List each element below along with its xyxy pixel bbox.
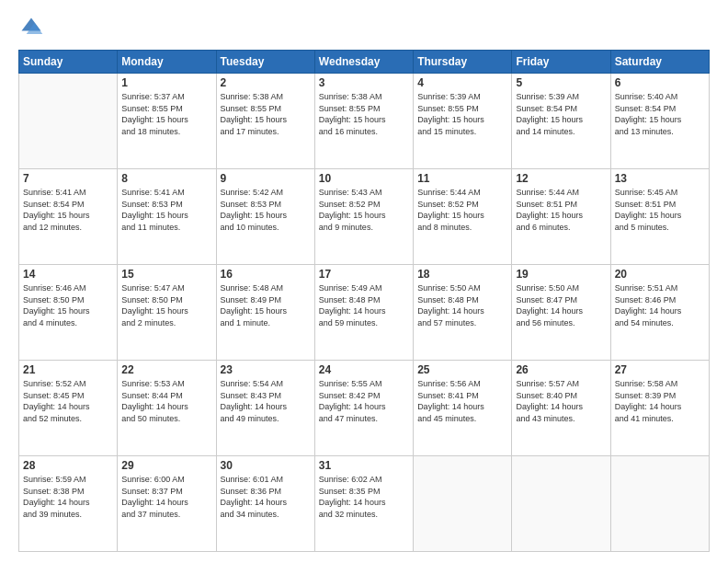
- day-number: 26: [516, 363, 606, 376]
- day-number: 31: [319, 459, 409, 472]
- calendar-week-row: 21Sunrise: 5:52 AM Sunset: 8:45 PM Dayli…: [19, 361, 710, 456]
- day-number: 18: [417, 268, 507, 281]
- day-info: Sunrise: 5:46 AM Sunset: 8:50 PM Dayligh…: [23, 282, 113, 328]
- day-info: Sunrise: 5:55 AM Sunset: 8:42 PM Dayligh…: [319, 378, 409, 424]
- calendar-cell: 31Sunrise: 6:02 AM Sunset: 8:35 PM Dayli…: [314, 456, 413, 552]
- calendar-cell: 16Sunrise: 5:48 AM Sunset: 8:49 PM Dayli…: [216, 265, 314, 361]
- calendar-day-header: Wednesday: [314, 51, 413, 74]
- calendar-day-header: Sunday: [19, 51, 118, 74]
- calendar-cell: 2Sunrise: 5:38 AM Sunset: 8:55 PM Daylig…: [216, 74, 314, 169]
- day-number: 13: [615, 172, 705, 185]
- day-number: 10: [319, 172, 409, 185]
- day-info: Sunrise: 5:39 AM Sunset: 8:55 PM Dayligh…: [417, 91, 507, 137]
- calendar-cell: 27Sunrise: 5:58 AM Sunset: 8:39 PM Dayli…: [610, 361, 709, 456]
- day-info: Sunrise: 5:59 AM Sunset: 8:38 PM Dayligh…: [23, 474, 113, 520]
- day-info: Sunrise: 5:44 AM Sunset: 8:51 PM Dayligh…: [516, 187, 606, 233]
- calendar-day-header: Thursday: [414, 51, 512, 74]
- calendar-cell: 20Sunrise: 5:51 AM Sunset: 8:46 PM Dayli…: [610, 265, 709, 361]
- day-number: 23: [221, 363, 311, 376]
- day-number: 21: [23, 363, 113, 376]
- calendar-cell: 18Sunrise: 5:50 AM Sunset: 8:48 PM Dayli…: [414, 265, 512, 361]
- logo-icon: [18, 15, 44, 40]
- day-info: Sunrise: 5:52 AM Sunset: 8:45 PM Dayligh…: [23, 378, 113, 424]
- calendar-cell: 30Sunrise: 6:01 AM Sunset: 8:36 PM Dayli…: [216, 456, 314, 552]
- calendar-week-row: 7Sunrise: 5:41 AM Sunset: 8:54 PM Daylig…: [19, 169, 710, 265]
- day-number: 17: [319, 268, 409, 281]
- day-number: 22: [121, 363, 211, 376]
- calendar-cell: 11Sunrise: 5:44 AM Sunset: 8:52 PM Dayli…: [414, 169, 512, 265]
- calendar-cell: 8Sunrise: 5:41 AM Sunset: 8:53 PM Daylig…: [118, 169, 216, 265]
- day-number: 25: [417, 363, 507, 376]
- calendar-cell: 28Sunrise: 5:59 AM Sunset: 8:38 PM Dayli…: [19, 456, 118, 552]
- calendar-cell: 17Sunrise: 5:49 AM Sunset: 8:48 PM Dayli…: [314, 265, 413, 361]
- day-number: 29: [121, 459, 211, 472]
- calendar-cell: 15Sunrise: 5:47 AM Sunset: 8:50 PM Dayli…: [118, 265, 216, 361]
- day-info: Sunrise: 5:43 AM Sunset: 8:52 PM Dayligh…: [319, 187, 409, 233]
- day-number: 19: [516, 268, 606, 281]
- day-number: 20: [615, 268, 705, 281]
- day-number: 2: [221, 76, 311, 89]
- calendar-cell: [512, 456, 610, 552]
- day-info: Sunrise: 5:37 AM Sunset: 8:55 PM Dayligh…: [121, 91, 211, 137]
- calendar-day-header: Friday: [512, 51, 610, 74]
- calendar-cell: 7Sunrise: 5:41 AM Sunset: 8:54 PM Daylig…: [19, 169, 118, 265]
- day-number: 12: [516, 172, 606, 185]
- calendar-cell: 13Sunrise: 5:45 AM Sunset: 8:51 PM Dayli…: [610, 169, 709, 265]
- day-info: Sunrise: 5:39 AM Sunset: 8:54 PM Dayligh…: [516, 91, 606, 137]
- day-info: Sunrise: 5:41 AM Sunset: 8:53 PM Dayligh…: [121, 187, 211, 233]
- day-number: 6: [615, 76, 705, 89]
- day-info: Sunrise: 5:58 AM Sunset: 8:39 PM Dayligh…: [615, 378, 705, 424]
- day-info: Sunrise: 5:41 AM Sunset: 8:54 PM Dayligh…: [23, 187, 113, 233]
- calendar-cell: 1Sunrise: 5:37 AM Sunset: 8:55 PM Daylig…: [118, 74, 216, 169]
- calendar-cell: [414, 456, 512, 552]
- calendar-cell: 3Sunrise: 5:38 AM Sunset: 8:55 PM Daylig…: [314, 74, 413, 169]
- calendar-cell: [610, 456, 709, 552]
- day-number: 24: [319, 363, 409, 376]
- day-number: 7: [23, 172, 113, 185]
- calendar-cell: 6Sunrise: 5:40 AM Sunset: 8:54 PM Daylig…: [610, 74, 709, 169]
- day-info: Sunrise: 5:40 AM Sunset: 8:54 PM Dayligh…: [615, 91, 705, 137]
- calendar-week-row: 28Sunrise: 5:59 AM Sunset: 8:38 PM Dayli…: [19, 456, 710, 552]
- calendar-cell: 24Sunrise: 5:55 AM Sunset: 8:42 PM Dayli…: [314, 361, 413, 456]
- calendar-cell: 23Sunrise: 5:54 AM Sunset: 8:43 PM Dayli…: [216, 361, 314, 456]
- day-info: Sunrise: 5:45 AM Sunset: 8:51 PM Dayligh…: [615, 187, 705, 233]
- day-info: Sunrise: 5:44 AM Sunset: 8:52 PM Dayligh…: [417, 187, 507, 233]
- calendar-cell: 26Sunrise: 5:57 AM Sunset: 8:40 PM Dayli…: [512, 361, 610, 456]
- calendar-cell: 19Sunrise: 5:50 AM Sunset: 8:47 PM Dayli…: [512, 265, 610, 361]
- calendar-week-row: 14Sunrise: 5:46 AM Sunset: 8:50 PM Dayli…: [19, 265, 710, 361]
- day-info: Sunrise: 6:02 AM Sunset: 8:35 PM Dayligh…: [319, 474, 409, 520]
- day-info: Sunrise: 6:00 AM Sunset: 8:37 PM Dayligh…: [121, 474, 211, 520]
- calendar-cell: 29Sunrise: 6:00 AM Sunset: 8:37 PM Dayli…: [118, 456, 216, 552]
- calendar-day-header: Monday: [118, 51, 216, 74]
- calendar-day-header: Tuesday: [216, 51, 314, 74]
- day-info: Sunrise: 5:38 AM Sunset: 8:55 PM Dayligh…: [221, 91, 311, 137]
- day-info: Sunrise: 5:42 AM Sunset: 8:53 PM Dayligh…: [221, 187, 311, 233]
- day-info: Sunrise: 5:49 AM Sunset: 8:48 PM Dayligh…: [319, 282, 409, 328]
- day-number: 1: [121, 76, 211, 89]
- logo: [18, 15, 48, 40]
- calendar-cell: 10Sunrise: 5:43 AM Sunset: 8:52 PM Dayli…: [314, 169, 413, 265]
- day-number: 14: [23, 268, 113, 281]
- day-info: Sunrise: 5:38 AM Sunset: 8:55 PM Dayligh…: [319, 91, 409, 137]
- day-info: Sunrise: 5:57 AM Sunset: 8:40 PM Dayligh…: [516, 378, 606, 424]
- page: SundayMondayTuesdayWednesdayThursdayFrid…: [0, 0, 728, 563]
- calendar-cell: 4Sunrise: 5:39 AM Sunset: 8:55 PM Daylig…: [414, 74, 512, 169]
- day-info: Sunrise: 5:54 AM Sunset: 8:43 PM Dayligh…: [221, 378, 311, 424]
- day-number: 15: [121, 268, 211, 281]
- day-number: 30: [221, 459, 311, 472]
- day-info: Sunrise: 5:51 AM Sunset: 8:46 PM Dayligh…: [615, 282, 705, 328]
- day-number: 27: [615, 363, 705, 376]
- calendar-table: SundayMondayTuesdayWednesdayThursdayFrid…: [18, 50, 710, 552]
- calendar-header-row: SundayMondayTuesdayWednesdayThursdayFrid…: [19, 51, 710, 74]
- day-info: Sunrise: 5:47 AM Sunset: 8:50 PM Dayligh…: [121, 282, 211, 328]
- day-number: 11: [417, 172, 507, 185]
- day-number: 16: [221, 268, 311, 281]
- day-number: 8: [121, 172, 211, 185]
- calendar-cell: 14Sunrise: 5:46 AM Sunset: 8:50 PM Dayli…: [19, 265, 118, 361]
- day-info: Sunrise: 5:53 AM Sunset: 8:44 PM Dayligh…: [121, 378, 211, 424]
- calendar-cell: 12Sunrise: 5:44 AM Sunset: 8:51 PM Dayli…: [512, 169, 610, 265]
- calendar-cell: 5Sunrise: 5:39 AM Sunset: 8:54 PM Daylig…: [512, 74, 610, 169]
- calendar-cell: 25Sunrise: 5:56 AM Sunset: 8:41 PM Dayli…: [414, 361, 512, 456]
- day-number: 9: [221, 172, 311, 185]
- calendar-cell: 21Sunrise: 5:52 AM Sunset: 8:45 PM Dayli…: [19, 361, 118, 456]
